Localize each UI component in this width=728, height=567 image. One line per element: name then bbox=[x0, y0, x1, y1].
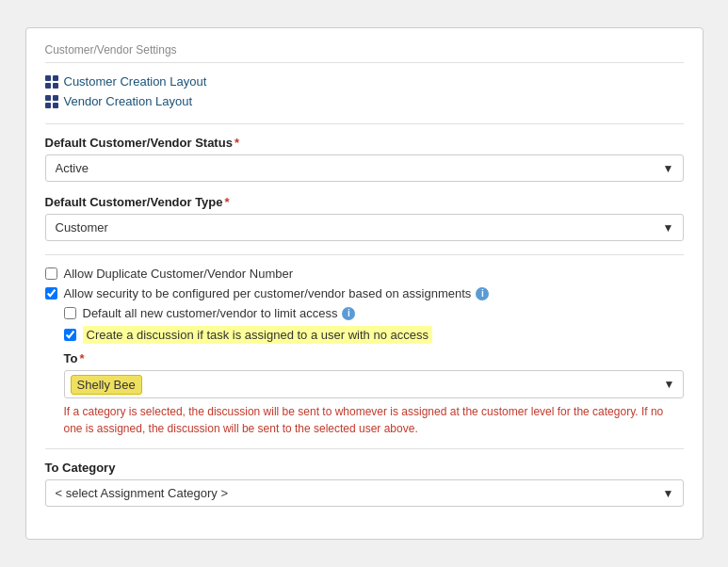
allow-security-checkbox[interactable] bbox=[45, 287, 57, 300]
divider-2 bbox=[45, 254, 684, 255]
default-type-select[interactable]: Customer Vendor bbox=[45, 214, 684, 241]
required-star-status: * bbox=[235, 136, 239, 150]
divider-1 bbox=[45, 123, 684, 124]
indented-checkboxes: Default all new customer/vendor to limit… bbox=[64, 306, 684, 344]
shelly-bee-tag: Shelly Bee bbox=[71, 375, 142, 395]
to-select-container[interactable]: Shelly Bee ▼ bbox=[64, 370, 684, 398]
required-star-to: * bbox=[79, 351, 84, 365]
allow-duplicate-label: Allow Duplicate Customer/Vendor Number bbox=[64, 267, 294, 281]
default-type-label: Default Customer/Vendor Type* bbox=[45, 195, 684, 209]
grid-icon-vendor bbox=[45, 95, 58, 108]
allow-duplicate-checkbox[interactable] bbox=[45, 267, 57, 280]
create-discussion-label: Create a discussion if task is assigned … bbox=[83, 326, 432, 344]
default-status-label: Default Customer/Vendor Status* bbox=[45, 136, 684, 150]
create-discussion-checkbox[interactable] bbox=[64, 329, 76, 341]
default-type-group: Default Customer/Vendor Type* Customer V… bbox=[45, 195, 684, 241]
help-text: If a category is selected, the discussio… bbox=[64, 403, 684, 437]
default-type-select-wrapper: Customer Vendor ▼ bbox=[45, 214, 684, 241]
to-category-group: To Category < select Assignment Category… bbox=[45, 461, 684, 507]
to-field-group: To* Shelly Bee ▼ If a category is select… bbox=[64, 351, 684, 437]
default-status-group: Default Customer/Vendor Status* Active I… bbox=[45, 136, 684, 182]
allow-security-label: Allow security to be configured per cust… bbox=[64, 286, 472, 300]
checkbox-group: Allow Duplicate Customer/Vendor Number A… bbox=[45, 267, 684, 344]
default-limit-checkbox[interactable] bbox=[64, 307, 76, 319]
required-star-type: * bbox=[225, 195, 230, 209]
create-discussion-row: Create a discussion if task is assigned … bbox=[64, 326, 684, 344]
layout-links: Customer Creation Layout Vendor Creation… bbox=[45, 74, 684, 108]
to-category-select[interactable]: < select Assignment Category > bbox=[45, 479, 684, 507]
to-category-label: To Category bbox=[45, 461, 684, 475]
info-icon-limit[interactable]: i bbox=[342, 307, 355, 320]
section-title: Customer/Vendor Settings bbox=[45, 43, 684, 63]
customer-creation-layout-link[interactable]: Customer Creation Layout bbox=[45, 74, 684, 89]
chevron-down-icon-to: ▼ bbox=[664, 378, 675, 391]
settings-card: Customer/Vendor Settings Customer Creati… bbox=[25, 27, 704, 540]
customer-creation-layout-label: Customer Creation Layout bbox=[64, 74, 207, 89]
to-category-select-wrapper: < select Assignment Category > ▼ bbox=[45, 479, 684, 507]
default-limit-label: Default all new customer/vendor to limit… bbox=[83, 306, 338, 320]
info-icon-security[interactable]: i bbox=[476, 287, 489, 300]
default-limit-row: Default all new customer/vendor to limit… bbox=[64, 306, 684, 320]
allow-security-row: Allow security to be configured per cust… bbox=[45, 286, 684, 300]
default-status-select[interactable]: Active Inactive bbox=[45, 154, 684, 182]
grid-icon-customer bbox=[45, 75, 58, 89]
to-label: To* bbox=[64, 351, 684, 365]
divider-3 bbox=[45, 448, 684, 449]
vendor-creation-layout-link[interactable]: Vendor Creation Layout bbox=[45, 94, 684, 108]
allow-duplicate-row: Allow Duplicate Customer/Vendor Number bbox=[45, 267, 684, 281]
default-status-select-wrapper: Active Inactive ▼ bbox=[45, 154, 684, 182]
vendor-creation-layout-label: Vendor Creation Layout bbox=[64, 94, 193, 108]
